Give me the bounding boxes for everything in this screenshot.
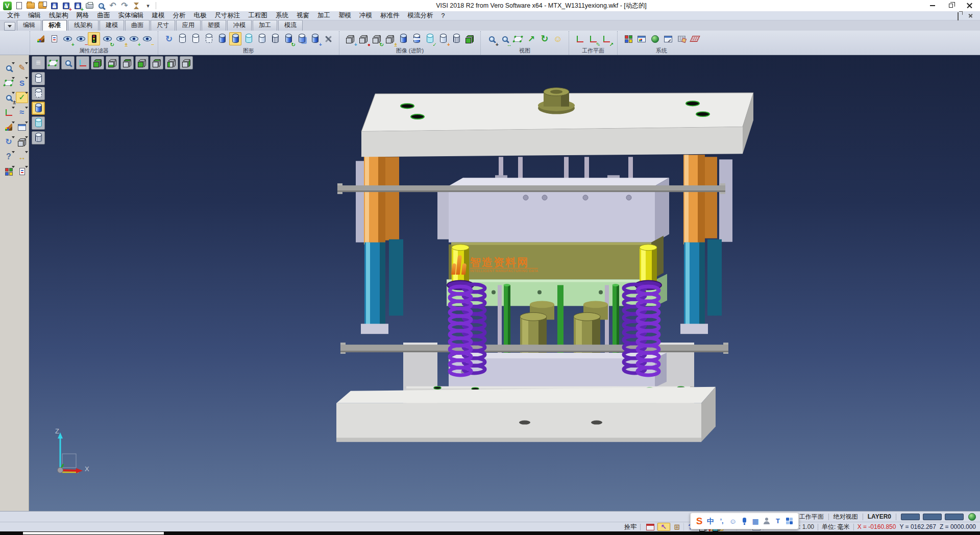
taskbar-search[interactable]	[23, 532, 164, 534]
view-top-icon[interactable]	[120, 56, 134, 69]
lock-toggle[interactable]: 拴牢	[624, 523, 636, 531]
redo-icon[interactable]: ↷	[119, 1, 130, 11]
adv-shaded-icon[interactable]	[397, 32, 409, 45]
tab-item-9[interactable]: 加工	[253, 20, 277, 31]
menu-item-0[interactable]: 文件	[3, 11, 24, 20]
translucent-mode-icon[interactable]	[242, 32, 255, 45]
view-mode-label[interactable]: 绝对视图	[834, 513, 858, 521]
solid-copy-icon[interactable]: +	[309, 32, 321, 45]
adv-refresh-icon[interactable]: ↻	[371, 32, 383, 45]
show-entities-icon[interactable]: +	[61, 32, 74, 45]
shade-solid-icon[interactable]	[32, 102, 45, 115]
close-button[interactable]	[961, 1, 978, 11]
measure-icon[interactable]: ↔	[16, 151, 28, 162]
layer-label[interactable]: LAYER0	[868, 513, 891, 520]
solid-pair-icon[interactable]	[296, 32, 308, 45]
tab-item-6[interactable]: 应用	[176, 20, 201, 31]
move-axis-icon[interactable]	[3, 107, 15, 118]
attribute-paint-icon[interactable]	[35, 32, 47, 45]
sketch-curve-icon[interactable]: S	[16, 77, 28, 88]
pan-view-icon[interactable]: ↗	[525, 32, 537, 45]
shaded-edges-mode-icon[interactable]	[229, 32, 241, 45]
layers-icon[interactable]	[3, 166, 15, 177]
view-bottom-icon[interactable]	[106, 56, 119, 69]
adv-wireframe-icon[interactable]	[450, 32, 462, 45]
print-preview-icon[interactable]	[96, 1, 106, 11]
shade-mesh-icon[interactable]	[32, 131, 45, 144]
menu-item-7[interactable]: 分析	[169, 11, 190, 20]
adv-verify-icon[interactable]: ✓	[424, 32, 436, 45]
hidden-dashed-mode-icon[interactable]	[203, 32, 215, 45]
redraw-icon[interactable]: ↻	[163, 32, 175, 45]
shade-translucent-icon[interactable]	[32, 116, 45, 130]
status-refresh-icon[interactable]	[644, 523, 657, 531]
tab-item-4[interactable]: 曲面	[125, 20, 150, 31]
shade-hidden-line-icon[interactable]	[32, 87, 45, 100]
view-front-icon[interactable]	[135, 56, 149, 69]
attributes-brush-icon[interactable]	[3, 121, 15, 133]
adv-view-curve-icon[interactable]: +	[344, 32, 356, 45]
menu-item-9[interactable]: 尺寸标注	[211, 11, 244, 20]
curve-tool-icon[interactable]: ≈	[16, 107, 28, 118]
menu-item-8[interactable]: 电极	[190, 11, 211, 20]
tab-item-2[interactable]: 线架构	[68, 20, 99, 31]
regenerate-icon[interactable]: ↻	[3, 136, 15, 148]
hide-entities-icon[interactable]: −	[75, 32, 87, 45]
open-part-icon[interactable]	[37, 1, 47, 11]
edit-pencil-icon[interactable]: ✎	[16, 62, 28, 74]
tab-item-1[interactable]: 标准	[42, 20, 67, 31]
restore-button[interactable]	[942, 1, 960, 11]
options-window-icon[interactable]	[662, 32, 674, 45]
tab-item-5[interactable]: 尺寸	[151, 20, 175, 31]
solid-cube-icon[interactable]	[16, 136, 28, 148]
ime-lang-icon[interactable]: 中	[706, 516, 715, 526]
menu-item-17[interactable]: 模流分析	[404, 11, 437, 20]
menu-item-13[interactable]: 加工	[313, 11, 334, 20]
zoom-extents-icon[interactable]: ↔	[499, 32, 511, 45]
hide-all-icon[interactable]: −	[141, 32, 153, 45]
die-spring[interactable]	[450, 286, 471, 375]
graphics-options-icon[interactable]	[322, 32, 334, 45]
menu-item-11[interactable]: 系统	[272, 11, 292, 20]
menu-item-18[interactable]: ?	[437, 12, 449, 20]
new-file-icon[interactable]	[14, 1, 24, 11]
save-as-icon[interactable]: +	[61, 1, 71, 11]
view-orientation-icon[interactable]: ☺	[552, 32, 564, 45]
toggle-visibility-icon[interactable]: ±	[114, 32, 127, 45]
ime-person-icon[interactable]	[762, 516, 771, 526]
dynamic-zoom-icon[interactable]	[61, 56, 75, 69]
view-iso-icon[interactable]	[91, 56, 104, 69]
menu-item-10[interactable]: 工程图	[244, 11, 272, 20]
palette-window-icon[interactable]	[635, 32, 648, 45]
menu-item-15[interactable]: 冲模	[355, 11, 376, 20]
workplane-set-icon[interactable]	[574, 32, 586, 45]
menu-item-5[interactable]: 实体编辑	[114, 11, 148, 20]
save-all-icon[interactable]: +	[72, 1, 83, 11]
menu-item-14[interactable]: 塑模	[334, 11, 355, 20]
view-right-icon[interactable]	[180, 56, 193, 69]
status-move-icon[interactable]: ⊞	[671, 523, 684, 531]
tab-overflow-button[interactable]	[4, 22, 15, 31]
adv-striped-icon[interactable]	[410, 32, 423, 45]
shade-wireframe-icon[interactable]	[32, 72, 45, 85]
viewport-menu-icon[interactable]: ≡	[32, 56, 45, 69]
workplane-align-icon[interactable]: ↗	[600, 32, 612, 45]
recent-history-icon[interactable]	[131, 1, 141, 11]
menu-item-12[interactable]: 视窗	[292, 11, 313, 20]
workplane-edit-icon[interactable]: ✎	[587, 32, 599, 45]
mdi-minimize-button[interactable]	[947, 13, 953, 18]
adv-filter-icon[interactable]: ●	[357, 32, 370, 45]
ime-emoji-icon[interactable]: ☺	[728, 516, 738, 526]
fit-view-icon[interactable]	[46, 56, 60, 69]
tab-item-8[interactable]: 冲模	[227, 20, 252, 31]
adv-toggle-icon[interactable]: ±	[384, 32, 396, 45]
notes-icon[interactable]	[16, 166, 28, 177]
status-select-icon[interactable]: ↖	[657, 523, 671, 531]
save-icon[interactable]	[49, 1, 59, 11]
confirm-check-icon[interactable]: ✓	[16, 92, 28, 103]
menu-item-6[interactable]: 建模	[148, 11, 169, 20]
system-settings-icon[interactable]	[649, 32, 661, 45]
menu-item-1[interactable]: 编辑	[24, 11, 45, 20]
zoom-in-icon[interactable]: +	[485, 32, 498, 45]
tab-item-0[interactable]: 编辑	[17, 20, 41, 31]
